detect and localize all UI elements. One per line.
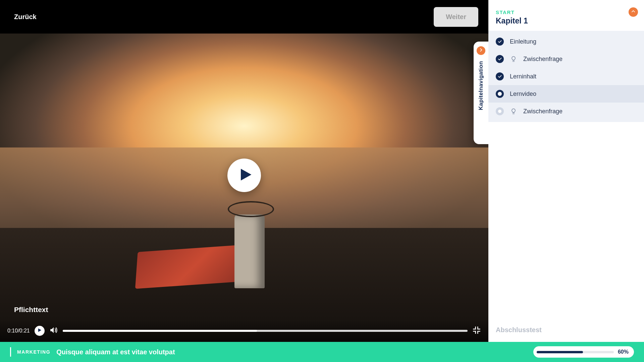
bottom-bar: MARKETING Quisque aliquam at est vitae v… [0, 342, 644, 362]
video-controls: 0:10/0:21 [0, 320, 488, 342]
sidebar-chapter-title: Kapitel 1 [496, 16, 637, 25]
progress-fill [537, 351, 583, 353]
video-scene-lighthouse [234, 215, 265, 288]
lightbulb-icon [510, 108, 517, 115]
chevron-right-icon [479, 48, 483, 54]
course-category: MARKETING [17, 349, 50, 355]
sidebar-start-label: START [496, 9, 637, 15]
top-bar: Zurück Weiter [0, 0, 488, 34]
status-pending-icon [496, 107, 504, 115]
status-done-icon [496, 38, 504, 46]
seek-bar[interactable] [63, 330, 468, 332]
mandatory-text-label: Pflichttext [14, 306, 48, 314]
sidebar-item-label: Zwischenfrage [523, 108, 562, 115]
course-title: Quisque aliquam at est vitae volutpat [56, 348, 175, 356]
volume-icon [49, 330, 58, 336]
chapter-nav-tab: Kapitelnavigation [474, 42, 488, 144]
final-test-link[interactable]: Abschlusstest [496, 326, 637, 334]
video-time-display: 0:10/0:21 [7, 328, 30, 334]
seek-bar-fill [63, 330, 257, 332]
sidebar-item-0[interactable]: Einleitung [488, 33, 644, 50]
sidebar-item-label: Lernvideo [510, 90, 536, 98]
sidebar-item-3[interactable]: Lernvideo [488, 85, 644, 103]
volume-button[interactable] [49, 326, 58, 336]
sidebar-item-label: Einleitung [510, 38, 536, 45]
sidebar-item-label: Zwischenfrage [523, 56, 562, 63]
sidebar-item-2[interactable]: Lerninhalt [488, 68, 644, 85]
progress-track [537, 351, 614, 353]
sidebar-collapse-button[interactable] [629, 7, 638, 17]
sidebar-item-label: Lerninhalt [510, 73, 536, 80]
play-overlay-button[interactable] [227, 159, 261, 192]
bottom-bar-left: MARKETING Quisque aliquam at est vitae v… [10, 347, 175, 357]
sidebar-item-list: EinleitungZwischenfrageLerninhaltLernvid… [488, 31, 644, 122]
category-divider [10, 347, 11, 357]
chevron-up-icon [631, 9, 636, 15]
status-done-icon [496, 72, 504, 80]
course-progress: 60% [533, 346, 634, 358]
video-player: Pflichttext 0:10/0:21 [0, 34, 488, 342]
sidebar-item-4[interactable]: Zwischenfrage [488, 103, 644, 120]
play-icon [236, 168, 253, 183]
play-small-icon [37, 328, 42, 334]
sidebar-header: START Kapitel 1 [488, 0, 644, 31]
chapter-nav-toggle-button[interactable] [477, 46, 485, 55]
bottom-bar-right: 60% [533, 346, 634, 358]
status-current-icon [496, 90, 504, 98]
chapter-sidebar: START Kapitel 1 EinleitungZwischenfrageL… [488, 0, 644, 342]
fullscreen-exit-icon [472, 330, 481, 336]
lightbulb-icon [510, 56, 517, 62]
chapter-nav-label: Kapitelnavigation [478, 61, 484, 110]
next-button[interactable]: Weiter [434, 7, 478, 27]
play-pause-button[interactable] [35, 326, 45, 336]
progress-percent-label: 60% [618, 349, 629, 355]
back-button[interactable]: Zurück [14, 13, 37, 21]
fullscreen-button[interactable] [472, 326, 481, 336]
sidebar-item-1[interactable]: Zwischenfrage [488, 50, 644, 68]
status-done-icon [496, 55, 504, 63]
sidebar-footer: Abschlusstest [488, 319, 644, 342]
